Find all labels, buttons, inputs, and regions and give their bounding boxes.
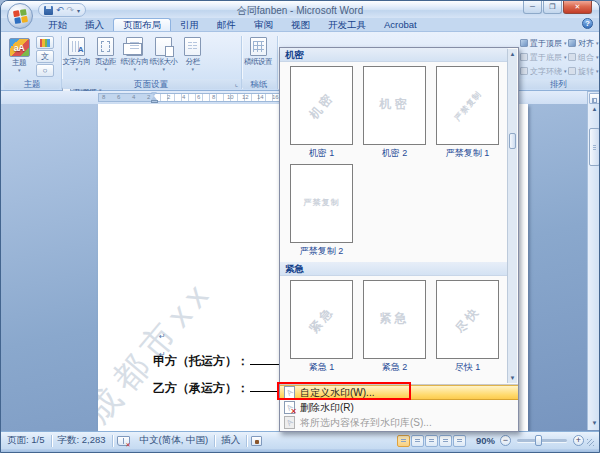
themes-button[interactable]: aA 主题 ▾ (4, 35, 34, 79)
text-direction-button[interactable]: A文字方向▾ (62, 35, 91, 79)
theme-colors-button[interactable] (36, 36, 54, 49)
redo-icon[interactable]: ↷ (67, 5, 75, 15)
align-icon (568, 39, 576, 47)
page-indicator[interactable]: 页面: 1/5 (1, 434, 51, 447)
watermark-thumbnail: 紧急 (290, 280, 353, 359)
chevron-down-icon: ▾ (564, 68, 567, 74)
gallery-scrollbar-thumb[interactable] (509, 133, 516, 149)
rotate-label: 旋转 (578, 66, 594, 77)
resize-grip[interactable] (587, 435, 595, 447)
group-label: 组合 (578, 52, 594, 63)
send-to-back-button[interactable]: 置于底层▾ (520, 50, 568, 64)
grid-paper-icon (250, 37, 267, 56)
bring-to-front-button[interactable]: 置于顶层▾ (520, 36, 568, 50)
tab-home[interactable]: 开始 (39, 18, 76, 31)
menu-item-label: 将所选内容保存到水印库(S)... (300, 416, 432, 430)
save-watermark-icon (284, 416, 295, 429)
web-layout-view-button[interactable] (425, 435, 438, 447)
rotate-button[interactable]: 旋转▾ (568, 64, 600, 78)
view-shortcut-buttons (397, 435, 466, 447)
watermark-gallery-item[interactable]: 紧急紧急 2 (358, 280, 431, 374)
watermark-thumbnail: 严禁复制 (436, 66, 499, 145)
margins-button[interactable]: 页边距▾ (91, 35, 120, 79)
word-count[interactable]: 字数: 2,283 (52, 434, 112, 447)
columns-icon (184, 37, 201, 56)
ruler-number: 2 (167, 94, 170, 101)
print-layout-view-button[interactable] (397, 435, 410, 447)
orientation-button[interactable]: 纸张方向▾ (120, 35, 149, 79)
tab-review[interactable]: 审阅 (245, 18, 282, 31)
help-button[interactable]: ? (582, 18, 593, 29)
paper-group: 稿纸设置 稿纸 (242, 33, 276, 89)
watermark-gallery-item[interactable]: 机密机密 1 (285, 66, 358, 160)
watermark-thumbnail: 紧急 (363, 280, 426, 359)
zoom-level[interactable]: 90% (476, 435, 495, 446)
document-vertical-scrollbar[interactable]: ▲ ▼ (587, 92, 600, 430)
scroll-down-arrow[interactable]: ▼ (588, 418, 600, 429)
zoom-slider-track[interactable] (517, 439, 567, 442)
fullscreen-reading-view-button[interactable] (411, 435, 424, 447)
text-direction-icon: A (68, 37, 85, 56)
window-title: 合同fanben - Microsoft Word (121, 4, 479, 18)
watermark-gallery-item[interactable]: 尽快尽快 1 (431, 280, 504, 374)
watermark-item-label: 紧急 1 (285, 361, 358, 374)
dialog-launcher-icon[interactable]: ⌞ (235, 80, 238, 88)
watermark-thumbnail: 机密 (290, 66, 353, 145)
proofing-status-icon[interactable] (117, 436, 130, 446)
scrollbar-thumb[interactable] (589, 128, 600, 166)
tab-view[interactable]: 视图 (282, 18, 319, 31)
columns-button[interactable]: 分栏▾ (178, 35, 207, 79)
macro-record-icon[interactable] (251, 436, 262, 446)
align-button[interactable]: 对齐▾ (568, 36, 600, 50)
watermark-gallery-item[interactable]: 机密机密 2 (358, 66, 431, 160)
watermark-gallery: 机密机密机密 1机密机密 2严禁复制严禁复制 1严禁复制严禁复制 2紧急紧急紧急… (280, 48, 508, 383)
tab-acrobat[interactable]: Acrobat (375, 18, 426, 31)
outline-view-button[interactable] (439, 435, 452, 447)
ruler-number: 10 (227, 94, 234, 101)
tab-developer[interactable]: 开发工具 (319, 18, 375, 31)
undo-icon[interactable]: ↶ (56, 5, 64, 15)
page-setup-group-label: 页面设置 ⌞ (62, 79, 240, 89)
zoom-in-button[interactable]: + (573, 435, 584, 446)
qat-customize-icon[interactable]: ▾ (77, 7, 80, 14)
group-button[interactable]: 组合▾ (568, 50, 600, 64)
gallery-scroll-up-arrow[interactable]: ▲ (508, 49, 517, 59)
minimize-button[interactable]: ─ (523, 1, 542, 14)
text-wrapping-button[interactable]: 文字环绕▾ (520, 64, 568, 78)
gallery-scroll-down-arrow[interactable]: ▼ (508, 373, 517, 383)
paper-size-button[interactable]: 纸张大小▾ (149, 35, 178, 79)
tab-references[interactable]: 引用 (171, 18, 208, 31)
menu-item-save-selection-to-watermark-gallery: 将所选内容保存到水印库(S)... (280, 415, 518, 430)
watermark-gallery-item[interactable]: 紧急紧急 1 (285, 280, 358, 374)
draft-view-button[interactable] (453, 435, 466, 447)
zoom-slider-thumb[interactable] (535, 435, 542, 446)
watermark-gallery-item[interactable]: 严禁复制严禁复制 2 (285, 164, 358, 258)
tab-page-layout[interactable]: 页面布局 (113, 18, 171, 31)
office-button[interactable] (7, 3, 33, 29)
tab-mailings[interactable]: 邮件 (208, 18, 245, 31)
gallery-scrollbar[interactable]: ▲ ▼ (507, 49, 517, 383)
grid-paper-settings-button[interactable]: 稿纸设置 (242, 35, 274, 79)
watermark-preview-text: 严禁复制 (304, 197, 340, 208)
tab-insert[interactable]: 插入 (76, 18, 113, 31)
indent-marker[interactable] (150, 92, 159, 103)
theme-effects-button[interactable]: ○ (36, 64, 54, 77)
save-icon[interactable] (44, 6, 53, 15)
language-indicator[interactable]: 中文(简体, 中国) (134, 434, 215, 447)
insert-mode-indicator[interactable]: 插入 (215, 434, 246, 447)
restore-button[interactable]: ❐ (543, 1, 562, 14)
theme-fonts-button[interactable]: 文 (36, 50, 54, 63)
watermark-preview-text: 尽快 (451, 303, 483, 337)
chevron-down-icon: ▾ (596, 54, 599, 60)
close-button[interactable]: ✕ (563, 1, 592, 14)
ribbon-tab-row: 开始插入页面布局引用邮件审阅视图开发工具Acrobat ? (1, 18, 599, 31)
menu-item-remove-watermark[interactable]: 删除水印(R) (280, 400, 518, 415)
view-ruler-toggle-button[interactable] (589, 93, 600, 104)
quick-access-toolbar: ↶ ↷ ▾ (38, 3, 86, 17)
page-setup-group: A文字方向▾页边距▾纸张方向▾纸张大小▾分栏▾ 分隔符▾行号▾断字▾ 页面设置 … (62, 33, 240, 89)
align-label: 对齐 (578, 38, 594, 49)
scroll-up-arrow[interactable]: ▲ (588, 104, 600, 115)
watermark-gallery-item[interactable]: 严禁复制严禁复制 1 (431, 66, 504, 160)
watermark-preview-text: 机密 (305, 89, 337, 123)
zoom-out-button[interactable]: − (500, 435, 511, 446)
